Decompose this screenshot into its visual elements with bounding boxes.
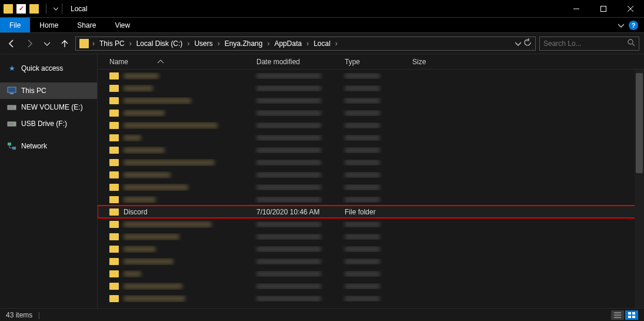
folder-icon — [109, 110, 119, 117]
file-row[interactable] — [98, 70, 644, 82]
svg-rect-12 — [628, 316, 631, 318]
up-button[interactable] — [58, 37, 72, 51]
column-header-date[interactable]: Date modified — [251, 58, 339, 66]
chevron-right-icon[interactable]: › — [91, 39, 96, 48]
help-icon[interactable]: ? — [629, 21, 638, 30]
chevron-right-icon[interactable]: › — [334, 39, 339, 48]
breadcrumb-segment[interactable]: Users — [191, 37, 216, 50]
cell-type — [339, 283, 406, 289]
cell-date — [251, 259, 339, 264]
cell-date — [251, 98, 339, 104]
file-row-highlighted[interactable]: Discord7/10/2020 10:46 AMFile folder — [98, 206, 644, 218]
cell-date: 7/10/2020 10:46 AM — [251, 208, 339, 216]
navpane-label: This PC — [21, 87, 46, 95]
back-button[interactable] — [5, 37, 19, 51]
breadcrumb-segment[interactable]: AppData — [271, 37, 305, 50]
folder-icon — [79, 39, 89, 48]
search-icon[interactable] — [628, 39, 635, 48]
breadcrumb-segment[interactable]: Local — [310, 37, 334, 50]
cell-name — [104, 171, 251, 178]
vertical-scrollbar[interactable] — [635, 70, 644, 308]
chevron-right-icon[interactable]: › — [186, 39, 191, 48]
search-input[interactable] — [543, 39, 624, 48]
qat-dropdown-icon[interactable] — [54, 6, 58, 11]
cell-name — [104, 283, 251, 290]
folder-icon — [109, 85, 119, 92]
chevron-right-icon[interactable]: › — [266, 39, 271, 48]
column-header-type[interactable]: Type — [339, 58, 406, 66]
minimize-button[interactable] — [563, 0, 590, 18]
tab-file[interactable]: File — [0, 18, 30, 32]
scrollbar-thumb[interactable] — [636, 73, 643, 173]
view-large-icons-button[interactable] — [625, 310, 638, 320]
breadcrumb-segment[interactable]: Local Disk (C:) — [133, 37, 186, 50]
cell-name — [104, 196, 251, 203]
navpane-drive[interactable]: USB Drive (F:) — [0, 115, 97, 132]
search-box[interactable] — [539, 37, 639, 51]
file-row[interactable] — [98, 82, 644, 94]
status-item-count: 43 items — [6, 311, 32, 319]
file-row[interactable] — [98, 230, 644, 243]
tab-view[interactable]: View — [105, 18, 139, 32]
properties-icon[interactable]: ✓ — [16, 4, 26, 14]
tab-home[interactable]: Home — [30, 18, 68, 32]
recent-locations-button[interactable] — [40, 37, 54, 51]
address-dropdown-icon[interactable] — [515, 41, 521, 47]
navpane-quick-access[interactable]: ★ Quick access — [0, 60, 97, 77]
navpane-this-pc[interactable]: This PC — [0, 82, 97, 99]
ribbon-collapse-icon[interactable] — [618, 22, 624, 28]
navpane-network[interactable]: Network — [0, 138, 97, 154]
cell-date — [251, 197, 339, 203]
file-row[interactable] — [98, 292, 644, 305]
file-row[interactable] — [98, 94, 644, 107]
chevron-right-icon[interactable]: › — [216, 39, 221, 48]
file-row[interactable] — [98, 131, 644, 144]
title-bar: ✓ Local — [0, 0, 644, 18]
cell-date — [251, 234, 339, 240]
file-list: Name Date modified Type Size Discord7/10… — [98, 54, 644, 308]
file-row[interactable] — [98, 193, 644, 206]
cell-date — [251, 135, 339, 141]
cell-name — [104, 134, 251, 141]
file-row[interactable] — [98, 218, 644, 230]
cell-date — [251, 184, 339, 190]
cell-type: File folder — [339, 208, 406, 216]
cell-name — [104, 72, 251, 80]
column-header-name[interactable]: Name — [104, 58, 251, 66]
file-row[interactable] — [98, 156, 644, 168]
folder-icon — [109, 283, 119, 290]
cell-type — [339, 296, 406, 302]
forward-button[interactable] — [22, 37, 36, 51]
column-header-size[interactable]: Size — [406, 58, 453, 66]
file-row[interactable] — [98, 280, 644, 292]
file-row[interactable] — [98, 107, 644, 119]
close-button[interactable] — [617, 0, 644, 18]
chevron-right-icon[interactable]: › — [128, 39, 133, 48]
file-row[interactable] — [98, 243, 644, 255]
folder-icon — [109, 159, 119, 166]
file-row[interactable] — [98, 267, 644, 280]
maximize-button[interactable] — [590, 0, 617, 18]
separator — [46, 4, 46, 14]
chevron-right-icon[interactable]: › — [305, 39, 310, 48]
tab-share[interactable]: Share — [68, 18, 105, 32]
breadcrumb-segment[interactable]: This PC — [96, 37, 128, 50]
quick-access-toolbar: ✓ — [0, 4, 58, 14]
file-row[interactable] — [98, 119, 644, 131]
navpane-drive[interactable]: NEW VOLUME (E:) — [0, 99, 97, 115]
file-row[interactable] — [98, 144, 644, 156]
address-bar[interactable]: › This PC›Local Disk (C:)›Users›Enya.Zha… — [75, 37, 536, 51]
refresh-icon[interactable] — [523, 38, 532, 48]
file-row[interactable] — [98, 255, 644, 267]
view-details-button[interactable] — [611, 310, 624, 320]
folder-icon — [109, 246, 119, 253]
drive-icon — [7, 102, 16, 112]
cell-type — [339, 221, 406, 227]
file-row[interactable] — [98, 181, 644, 193]
cell-name — [104, 97, 251, 104]
sort-ascending-icon — [158, 58, 163, 66]
navpane-label: USB Drive (F:) — [21, 120, 67, 128]
folder-icon — [4, 4, 13, 14]
breadcrumb-segment[interactable]: Enya.Zhang — [221, 37, 266, 50]
file-row[interactable] — [98, 168, 644, 181]
